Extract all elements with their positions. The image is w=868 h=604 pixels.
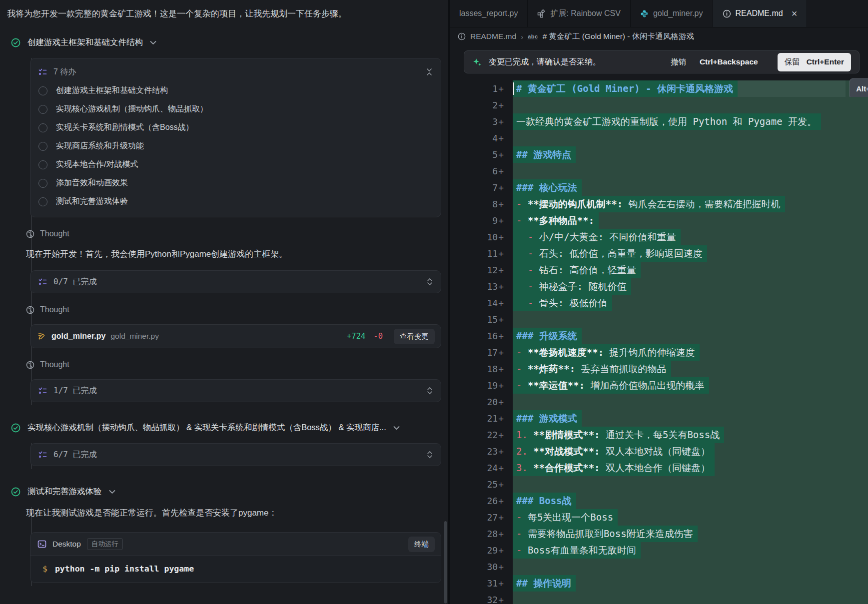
todo-item[interactable]: 测试和完善游戏体验 — [38, 192, 433, 211]
tab-扩展: Rainbow CSV[interactable]: 扩展: Rainbow CSV — [528, 0, 631, 27]
collapse-icon[interactable] — [426, 68, 433, 76]
thought-row-3[interactable]: Thought — [26, 360, 448, 369]
keep-button[interactable]: 保留 Ctrl+Enter — [778, 53, 851, 71]
progress-card-2[interactable]: 1/7 已完成 — [30, 379, 441, 402]
chevron-down-icon[interactable] — [150, 40, 156, 45]
line-content[interactable]: - **炸药**: 丢弃当前抓取的物品 — [513, 361, 868, 377]
terminal-command: python -m pip install pygame — [55, 564, 194, 574]
line-content[interactable]: - **摆动的钩爪机制**: 钩爪会左右摆动，需要精准把握时机 — [513, 196, 868, 212]
chevron-down-icon[interactable] — [109, 490, 115, 494]
line-content[interactable]: ## 游戏特点 — [513, 146, 868, 163]
line-content[interactable]: - **卷扬机速度**: 提升钩爪的伸缩速度 — [513, 344, 868, 361]
todo-circle-icon[interactable] — [38, 197, 47, 206]
line-content[interactable] — [513, 476, 868, 493]
line-content[interactable]: # 黄金矿工 (Gold Miner) - 休闲卡通风格游戏Alt+ — [513, 80, 868, 97]
tab-lasses_report.py[interactable]: lasses_report.py — [450, 0, 528, 27]
task-section-header-2[interactable]: 实现核心游戏机制（摆动钩爪、物品抓取） & 实现关卡系统和剧情模式（含Boss战… — [11, 422, 440, 433]
chevron-down-icon[interactable] — [393, 426, 400, 430]
diff-added-highlight: - 石头: 低价值，高重量，影响返回速度 — [513, 245, 707, 262]
todo-item[interactable]: 创建游戏主框架和基础文件结构 — [38, 81, 433, 100]
info-icon — [458, 32, 466, 40]
line-content[interactable] — [513, 592, 868, 604]
line-content[interactable] — [513, 394, 868, 410]
line-content[interactable]: 2. **对战模式**: 双人本地对战（同键盘） — [513, 443, 868, 460]
apply-changes-bar: 变更已完成，请确认是否采纳。 撤销 Ctrl+Backspace 保留 Ctrl… — [464, 50, 860, 73]
undo-button[interactable]: 撤销 — [671, 57, 686, 67]
line-content[interactable]: - 钻石: 高价值，轻重量 — [513, 262, 868, 278]
line-content[interactable]: - 小/中/大黄金: 不同价值和重量 — [513, 229, 868, 245]
line-number: 24 — [487, 460, 498, 476]
thought-row-1[interactable]: Thought — [26, 229, 448, 238]
progress-card-1[interactable]: 0/7 已完成 — [30, 270, 441, 293]
view-changes-button[interactable]: 查看变更 — [394, 329, 435, 344]
editor-line: 2+ — [450, 97, 868, 113]
line-content[interactable] — [513, 130, 868, 146]
unfold-icon[interactable] — [427, 278, 433, 286]
unfold-icon[interactable] — [427, 451, 433, 459]
thought-row-2[interactable]: Thought — [26, 305, 448, 314]
code-segment: 提升钩爪的伸缩速度 — [604, 347, 695, 358]
line-content[interactable]: - 骨头: 极低价值 — [513, 295, 868, 311]
line-number-gutter: 2+ — [450, 97, 513, 113]
breadcrumb-symbol[interactable]: # 黄金矿工 (Gold Miner) - 休闲卡通风格游戏 — [543, 31, 694, 42]
line-content[interactable]: - 每5关出现一个Boss — [513, 509, 868, 526]
line-number: 3 — [492, 113, 498, 130]
line-content[interactable]: ## 操作说明 — [513, 575, 868, 592]
line-content[interactable]: ### 游戏模式 — [513, 410, 868, 427]
line-content[interactable]: - Boss有血量条和无敌时间 — [513, 542, 868, 559]
open-terminal-button[interactable]: 终端 — [408, 537, 435, 552]
editor-line: 24+3. **合作模式**: 双人本地合作（同键盘） — [450, 460, 868, 476]
task-section-header-1[interactable]: 创建游戏主框架和基础文件结构 — [11, 37, 440, 48]
code-segment: **卷扬机速度**: — [528, 347, 604, 358]
progress-card-3[interactable]: 6/7 已完成 — [30, 443, 441, 466]
diff-added-marker: + — [498, 146, 504, 163]
close-tab-icon[interactable]: × — [792, 8, 798, 18]
line-content[interactable]: 1. **剧情模式**: 通过关卡，每5关有Boss战 — [513, 427, 868, 443]
unfold-icon[interactable] — [427, 387, 433, 395]
line-content[interactable] — [513, 163, 868, 179]
chat-scrollbar[interactable] — [444, 521, 447, 604]
todo-item[interactable]: 实现本地合作/对战模式 — [38, 155, 433, 174]
breadcrumb[interactable]: README.md › abc # 黄金矿工 (Gold Miner) - 休闲… — [450, 27, 868, 45]
editor-line: 27+- 每5关出现一个Boss — [450, 509, 868, 526]
brain-icon — [26, 306, 34, 314]
todo-circle-icon[interactable] — [38, 123, 47, 132]
todo-circle-icon[interactable] — [38, 160, 47, 169]
todo-circle-icon[interactable] — [38, 105, 47, 114]
task-section-header-3[interactable]: 测试和完善游戏体验 — [11, 486, 440, 497]
line-content[interactable]: ### 核心玩法 — [513, 179, 868, 196]
alt-key-hint-badge[interactable]: Alt+ — [850, 78, 868, 99]
code-segment: **幸运值**: — [528, 380, 585, 391]
todo-circle-icon[interactable] — [38, 86, 47, 95]
todo-item[interactable]: 实现商店系统和升级功能 — [38, 137, 433, 155]
todo-circle-icon[interactable] — [38, 142, 47, 151]
todo-list-header[interactable]: 7 待办 — [38, 62, 433, 81]
line-content[interactable] — [513, 311, 868, 328]
terminal-command-row[interactable]: $ python -m pip install pygame — [30, 556, 441, 583]
todo-item[interactable]: 实现关卡系统和剧情模式（含Boss战） — [38, 118, 433, 137]
todo-item[interactable]: 添加音效和动画效果 — [38, 174, 433, 192]
line-content[interactable]: - 需要将物品抓取到Boss附近来造成伤害 — [513, 526, 868, 542]
line-content[interactable]: - 石头: 低价值，高重量，影响返回速度 — [513, 245, 868, 262]
line-content[interactable]: - 神秘盒子: 随机价值 — [513, 278, 868, 295]
diff-added-highlight: - **多种物品**: — [513, 212, 599, 229]
line-number: 19 — [487, 377, 498, 394]
todo-item[interactable]: 实现核心游戏机制（摆动钩爪、物品抓取） — [38, 100, 433, 118]
line-content[interactable]: - **幸运值**: 增加高价值物品出现的概率 — [513, 377, 868, 394]
line-content[interactable]: - **多种物品**: — [513, 212, 868, 229]
breadcrumb-file[interactable]: README.md — [470, 32, 516, 41]
code-segment: 双人本地合作（同键盘） — [600, 462, 710, 473]
task-section-title: 测试和完善游戏体验 — [27, 486, 102, 497]
line-content[interactable] — [513, 97, 868, 113]
line-content[interactable]: ### Boss战 — [513, 493, 868, 509]
tab-gold_miner.py[interactable]: gold_miner.py — [631, 0, 713, 27]
line-content[interactable]: ### 升级系统 — [513, 328, 868, 344]
line-content[interactable]: 3. **合作模式**: 双人本地合作（同键盘） — [513, 460, 868, 476]
line-content[interactable]: 一款经典的黄金矿工游戏的重制版，使用 Python 和 Pygame 开发。 — [513, 113, 868, 130]
tab-README.md[interactable]: README.md× — [713, 0, 808, 27]
line-content[interactable] — [513, 559, 868, 575]
line-number: 31 — [487, 575, 498, 592]
file-change-card[interactable]: gold_miner.py gold_miner.py +724 -0 查看变更 — [30, 324, 441, 348]
todo-circle-icon[interactable] — [38, 179, 47, 188]
task-section-body-2: 6/7 已完成 — [31, 443, 448, 469]
